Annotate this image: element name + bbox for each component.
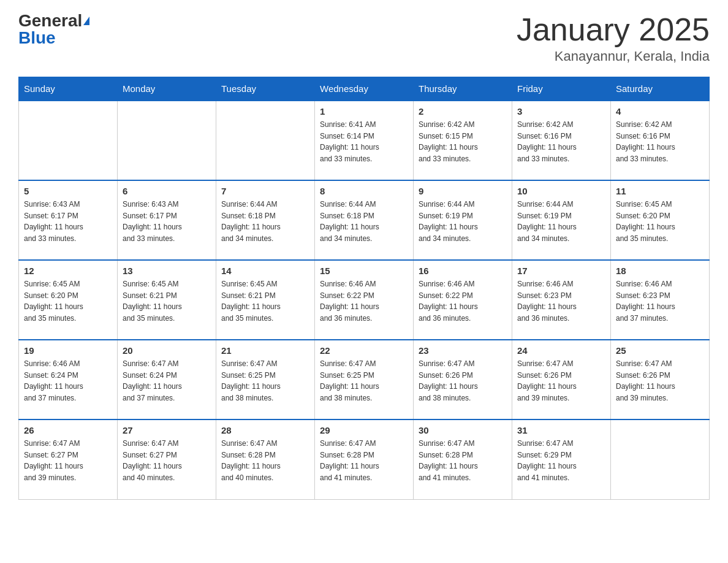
day-info: Sunrise: 6:41 AM Sunset: 6:14 PM Dayligh… [320,119,408,164]
day-info: Sunrise: 6:45 AM Sunset: 6:20 PM Dayligh… [616,199,704,244]
calendar-week-3: 12Sunrise: 6:45 AM Sunset: 6:20 PM Dayli… [19,260,710,340]
calendar-cell: 25Sunrise: 6:47 AM Sunset: 6:26 PM Dayli… [611,340,710,419]
day-info: Sunrise: 6:47 AM Sunset: 6:27 PM Dayligh… [123,438,211,483]
day-info: Sunrise: 6:47 AM Sunset: 6:28 PM Dayligh… [419,438,507,483]
day-info: Sunrise: 6:44 AM Sunset: 6:18 PM Dayligh… [221,199,309,244]
day-number: 10 [517,186,605,196]
col-thursday: Thursday [414,77,512,101]
day-number: 27 [123,425,211,435]
day-info: Sunrise: 6:44 AM Sunset: 6:19 PM Dayligh… [517,199,605,244]
day-info: Sunrise: 6:46 AM Sunset: 6:23 PM Dayligh… [616,278,704,324]
day-number: 3 [517,106,605,117]
day-info: Sunrise: 6:43 AM Sunset: 6:17 PM Dayligh… [24,199,112,244]
calendar-cell: 10Sunrise: 6:44 AM Sunset: 6:19 PM Dayli… [512,180,611,260]
day-info: Sunrise: 6:47 AM Sunset: 6:26 PM Dayligh… [419,358,507,404]
day-info: Sunrise: 6:44 AM Sunset: 6:19 PM Dayligh… [419,199,507,244]
day-number: 30 [419,425,507,435]
col-saturday: Saturday [611,77,710,101]
day-number: 15 [320,266,408,276]
day-info: Sunrise: 6:47 AM Sunset: 6:29 PM Dayligh… [517,438,605,483]
page-header: General Blue January 2025 Kanayannur, Ke… [18,12,710,64]
day-number: 13 [123,266,211,276]
day-number: 16 [419,266,507,276]
day-number: 6 [123,186,211,196]
day-number: 9 [419,186,507,196]
calendar-cell: 3Sunrise: 6:42 AM Sunset: 6:16 PM Daylig… [512,101,611,180]
calendar-cell: 2Sunrise: 6:42 AM Sunset: 6:15 PM Daylig… [414,101,512,180]
calendar-cell: 27Sunrise: 6:47 AM Sunset: 6:27 PM Dayli… [118,419,216,499]
day-number: 29 [320,425,408,435]
calendar-cell: 30Sunrise: 6:47 AM Sunset: 6:28 PM Dayli… [414,419,512,499]
day-info: Sunrise: 6:46 AM Sunset: 6:24 PM Dayligh… [24,358,112,404]
calendar-cell: 12Sunrise: 6:45 AM Sunset: 6:20 PM Dayli… [19,260,118,340]
day-number: 4 [616,106,704,117]
col-wednesday: Wednesday [315,77,414,101]
day-info: Sunrise: 6:45 AM Sunset: 6:20 PM Dayligh… [24,278,112,324]
day-info: Sunrise: 6:47 AM Sunset: 6:26 PM Dayligh… [517,358,605,404]
day-info: Sunrise: 6:47 AM Sunset: 6:25 PM Dayligh… [221,358,309,404]
calendar-cell: 22Sunrise: 6:47 AM Sunset: 6:25 PM Dayli… [315,340,414,419]
calendar-cell: 9Sunrise: 6:44 AM Sunset: 6:19 PM Daylig… [414,180,512,260]
day-number: 21 [221,345,309,356]
day-number: 11 [616,186,704,196]
col-sunday: Sunday [19,77,118,101]
day-number: 25 [616,345,704,356]
calendar-cell [118,101,216,180]
calendar-cell: 4Sunrise: 6:42 AM Sunset: 6:16 PM Daylig… [611,101,710,180]
day-number: 8 [320,186,408,196]
calendar-header: Sunday Monday Tuesday Wednesday Thursday… [19,77,710,101]
day-info: Sunrise: 6:42 AM Sunset: 6:16 PM Dayligh… [616,119,704,164]
calendar-cell: 8Sunrise: 6:44 AM Sunset: 6:18 PM Daylig… [315,180,414,260]
day-number: 1 [320,106,408,117]
day-number: 24 [517,345,605,356]
day-info: Sunrise: 6:46 AM Sunset: 6:23 PM Dayligh… [517,278,605,324]
day-number: 2 [419,106,507,117]
calendar-table: Sunday Monday Tuesday Wednesday Thursday… [18,77,710,500]
month-title: January 2025 [517,12,710,47]
calendar-week-4: 19Sunrise: 6:46 AM Sunset: 6:24 PM Dayli… [19,340,710,419]
location-text: Kanayannur, Kerala, India [517,48,710,64]
calendar-cell: 18Sunrise: 6:46 AM Sunset: 6:23 PM Dayli… [611,260,710,340]
day-info: Sunrise: 6:46 AM Sunset: 6:22 PM Dayligh… [419,278,507,324]
calendar-cell: 24Sunrise: 6:47 AM Sunset: 6:26 PM Dayli… [512,340,611,419]
day-number: 31 [517,425,605,435]
calendar-cell: 1Sunrise: 6:41 AM Sunset: 6:14 PM Daylig… [315,101,414,180]
day-number: 23 [419,345,507,356]
col-tuesday: Tuesday [216,77,315,101]
day-info: Sunrise: 6:45 AM Sunset: 6:21 PM Dayligh… [221,278,309,324]
calendar-cell: 19Sunrise: 6:46 AM Sunset: 6:24 PM Dayli… [19,340,118,419]
calendar-cell: 7Sunrise: 6:44 AM Sunset: 6:18 PM Daylig… [216,180,315,260]
calendar-week-1: 1Sunrise: 6:41 AM Sunset: 6:14 PM Daylig… [19,101,710,180]
day-info: Sunrise: 6:47 AM Sunset: 6:26 PM Dayligh… [616,358,704,404]
calendar-cell: 16Sunrise: 6:46 AM Sunset: 6:22 PM Dayli… [414,260,512,340]
day-number: 18 [616,266,704,276]
calendar-week-2: 5Sunrise: 6:43 AM Sunset: 6:17 PM Daylig… [19,180,710,260]
day-number: 22 [320,345,408,356]
calendar-week-5: 26Sunrise: 6:47 AM Sunset: 6:27 PM Dayli… [19,419,710,499]
title-block: January 2025 Kanayannur, Kerala, India [517,12,710,64]
day-number: 19 [24,345,112,356]
day-number: 5 [24,186,112,196]
col-monday: Monday [118,77,216,101]
day-info: Sunrise: 6:44 AM Sunset: 6:18 PM Dayligh… [320,199,408,244]
day-number: 14 [221,266,309,276]
day-number: 17 [517,266,605,276]
day-info: Sunrise: 6:47 AM Sunset: 6:27 PM Dayligh… [24,438,112,483]
day-number: 7 [221,186,309,196]
day-info: Sunrise: 6:42 AM Sunset: 6:15 PM Dayligh… [419,119,507,164]
calendar-cell: 17Sunrise: 6:46 AM Sunset: 6:23 PM Dayli… [512,260,611,340]
day-info: Sunrise: 6:47 AM Sunset: 6:28 PM Dayligh… [221,438,309,483]
calendar-cell: 21Sunrise: 6:47 AM Sunset: 6:25 PM Dayli… [216,340,315,419]
day-info: Sunrise: 6:47 AM Sunset: 6:25 PM Dayligh… [320,358,408,404]
day-number: 12 [24,266,112,276]
day-info: Sunrise: 6:47 AM Sunset: 6:24 PM Dayligh… [123,358,211,404]
calendar-cell: 29Sunrise: 6:47 AM Sunset: 6:28 PM Dayli… [315,419,414,499]
calendar-cell [19,101,118,180]
day-number: 28 [221,425,309,435]
day-number: 26 [24,425,112,435]
calendar-cell: 6Sunrise: 6:43 AM Sunset: 6:17 PM Daylig… [118,180,216,260]
calendar-cell: 20Sunrise: 6:47 AM Sunset: 6:24 PM Dayli… [118,340,216,419]
calendar-cell: 26Sunrise: 6:47 AM Sunset: 6:27 PM Dayli… [19,419,118,499]
logo-triangle-icon [83,17,89,25]
day-number: 20 [123,345,211,356]
